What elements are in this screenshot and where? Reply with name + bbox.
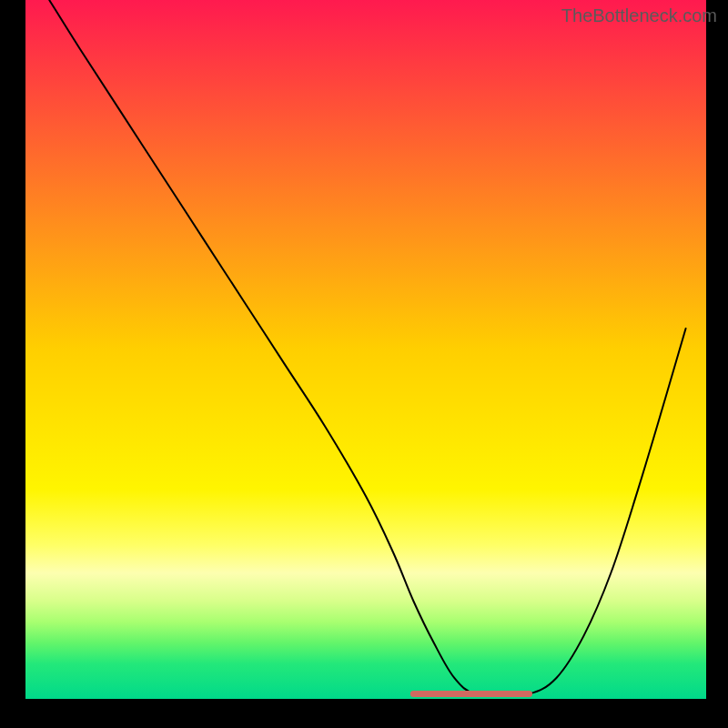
svg-rect-1 [0,0,25,728]
svg-rect-0 [25,0,706,699]
watermark-text: TheBottleneck.com [561,5,717,26]
chart-container: TheBottleneck.com [0,0,728,728]
svg-rect-2 [706,0,728,728]
svg-rect-3 [0,699,728,728]
bottleneck-chart [0,0,728,728]
